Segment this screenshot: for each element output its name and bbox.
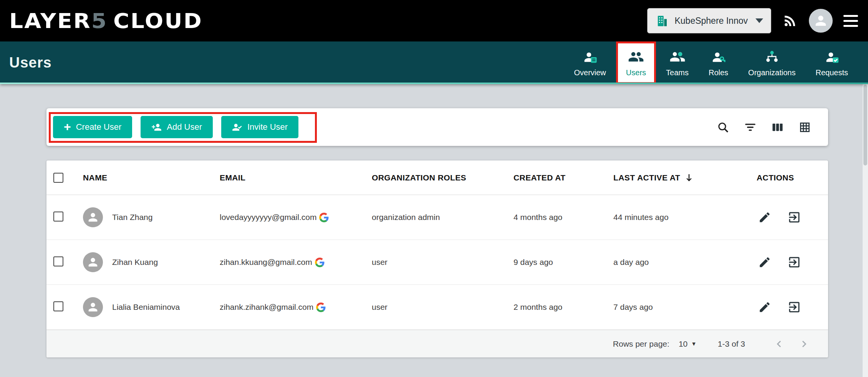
nav-accent-line bbox=[0, 83, 868, 84]
user-name: Lialia Beniaminova bbox=[112, 303, 180, 312]
select-all-checkbox[interactable] bbox=[53, 173, 63, 183]
search-icon bbox=[717, 121, 729, 134]
nav-label: Roles bbox=[709, 68, 728, 77]
header-last-active-at[interactable]: LAST ACTIVE AT bbox=[613, 172, 751, 183]
table-header-row: NAME EMAIL ORGANIZATION ROLES CREATED AT… bbox=[46, 160, 828, 195]
create-user-label: Create User bbox=[76, 122, 122, 132]
add-user-label: Add User bbox=[167, 122, 202, 132]
header-actions: ACTIONS bbox=[751, 173, 828, 182]
nav-label: Teams bbox=[666, 68, 689, 77]
header-organization-roles: ORGANIZATION ROLES bbox=[372, 173, 514, 182]
nav-label: Overview bbox=[574, 68, 606, 77]
table-tools bbox=[715, 119, 813, 135]
columns-icon bbox=[771, 121, 784, 134]
rss-feed-button[interactable] bbox=[782, 13, 798, 29]
nav-item-overview[interactable]: Overview bbox=[564, 41, 616, 84]
search-button[interactable] bbox=[715, 119, 731, 135]
row-avatar bbox=[83, 297, 103, 317]
org-selector[interactable]: KubeSphere Innov bbox=[647, 8, 771, 33]
table-pagination: Rows per page: 10 ▾ 1-3 of 3 bbox=[46, 330, 828, 357]
columns-view-button[interactable] bbox=[770, 119, 785, 135]
select-row-checkbox[interactable] bbox=[53, 212, 63, 222]
row-avatar bbox=[83, 207, 103, 227]
topbar-actions: KubeSphere Innov bbox=[647, 8, 858, 33]
table-row: Tian Zhang lovedayyyyyyy@gmail.com organ… bbox=[46, 195, 828, 240]
scrollbar[interactable] bbox=[863, 84, 868, 377]
prev-page-button[interactable] bbox=[773, 337, 786, 351]
next-page-button[interactable] bbox=[797, 337, 810, 351]
nav-item-requests[interactable]: Requests bbox=[806, 41, 858, 84]
org-tree-icon bbox=[763, 49, 781, 65]
sort-desc-icon bbox=[684, 172, 694, 183]
google-icon bbox=[316, 303, 326, 312]
page-title: Users bbox=[9, 55, 52, 71]
grid-icon bbox=[798, 121, 811, 134]
google-icon bbox=[319, 213, 329, 222]
nav-item-users[interactable]: Users bbox=[616, 41, 656, 84]
edit-user-button[interactable] bbox=[757, 254, 773, 270]
pencil-icon bbox=[758, 211, 771, 224]
caret-down-icon: ▾ bbox=[692, 340, 696, 348]
nav-item-teams[interactable]: Teams bbox=[656, 41, 699, 84]
logo-text-5: 5 bbox=[91, 9, 108, 33]
last-active-at: 7 days ago bbox=[613, 303, 751, 312]
filter-icon bbox=[744, 121, 757, 134]
org-role: organization admin bbox=[372, 213, 514, 222]
main-content: + Create User Add User Invite User bbox=[0, 84, 868, 377]
org-role: user bbox=[372, 258, 514, 267]
row-avatar bbox=[83, 252, 103, 272]
user-email: lovedayyyyyyy@gmail.com bbox=[220, 213, 316, 222]
edit-user-button[interactable] bbox=[757, 299, 773, 315]
remove-user-button[interactable] bbox=[786, 299, 803, 316]
filter-button[interactable] bbox=[742, 119, 758, 135]
last-active-at: a day ago bbox=[613, 258, 751, 267]
top-app-bar: LAYER5CLOUD KubeSphere Innov bbox=[0, 0, 868, 41]
person-invite-icon bbox=[232, 122, 242, 132]
layer5-logo: LAYER5CLOUD bbox=[9, 9, 203, 33]
rows-per-page-value: 10 bbox=[679, 339, 687, 349]
nav-item-roles[interactable]: Roles bbox=[699, 41, 738, 84]
user-name: Zihan Kuang bbox=[112, 258, 158, 267]
grid-view-button[interactable] bbox=[797, 119, 813, 135]
exit-icon bbox=[787, 210, 801, 224]
pencil-icon bbox=[758, 301, 771, 314]
person-add-icon bbox=[151, 122, 162, 132]
exit-icon bbox=[787, 300, 801, 314]
org-selector-label: KubeSphere Innov bbox=[674, 16, 748, 26]
people-icon bbox=[627, 49, 645, 65]
remove-user-button[interactable] bbox=[786, 254, 803, 271]
table-row: Zihan Kuang zihan.kkuang@gmail.com user … bbox=[46, 240, 828, 285]
remove-user-button[interactable] bbox=[786, 209, 803, 226]
person-icon bbox=[86, 211, 99, 224]
edit-user-button[interactable] bbox=[757, 209, 773, 225]
person-check-icon bbox=[823, 49, 841, 65]
select-row-checkbox[interactable] bbox=[53, 256, 63, 266]
create-user-button[interactable]: + Create User bbox=[53, 116, 132, 138]
last-active-at: 44 minutes ago bbox=[613, 213, 751, 222]
building-icon bbox=[655, 14, 669, 28]
nav-item-organizations[interactable]: Organizations bbox=[738, 41, 805, 84]
users-table: NAME EMAIL ORGANIZATION ROLES CREATED AT… bbox=[46, 160, 828, 357]
add-user-button[interactable]: Add User bbox=[141, 116, 213, 138]
nav-label: Requests bbox=[816, 68, 848, 77]
table-row: Lialia Beniaminova zihank.zihank@gmail.c… bbox=[46, 285, 828, 330]
plus-icon: + bbox=[64, 121, 71, 133]
teams-icon bbox=[668, 49, 687, 65]
chevron-left-icon bbox=[774, 338, 785, 350]
person-badge-icon bbox=[581, 49, 599, 65]
actions-toolbar: + Create User Add User Invite User bbox=[46, 108, 828, 146]
header-email: EMAIL bbox=[220, 173, 372, 182]
user-name: Tian Zhang bbox=[112, 213, 152, 222]
person-icon bbox=[813, 13, 828, 28]
person-key-icon bbox=[709, 49, 728, 65]
invite-user-button[interactable]: Invite User bbox=[221, 116, 298, 138]
user-avatar[interactable] bbox=[809, 9, 833, 33]
rss-icon bbox=[782, 13, 798, 29]
rows-per-page-select[interactable]: Rows per page: 10 ▾ bbox=[613, 339, 696, 349]
pencil-icon bbox=[758, 256, 771, 269]
hamburger-menu-icon[interactable] bbox=[843, 15, 858, 27]
person-icon bbox=[86, 256, 99, 269]
select-row-checkbox[interactable] bbox=[53, 301, 63, 311]
scrollbar-thumb[interactable] bbox=[863, 85, 867, 165]
chevron-right-icon bbox=[798, 338, 810, 350]
